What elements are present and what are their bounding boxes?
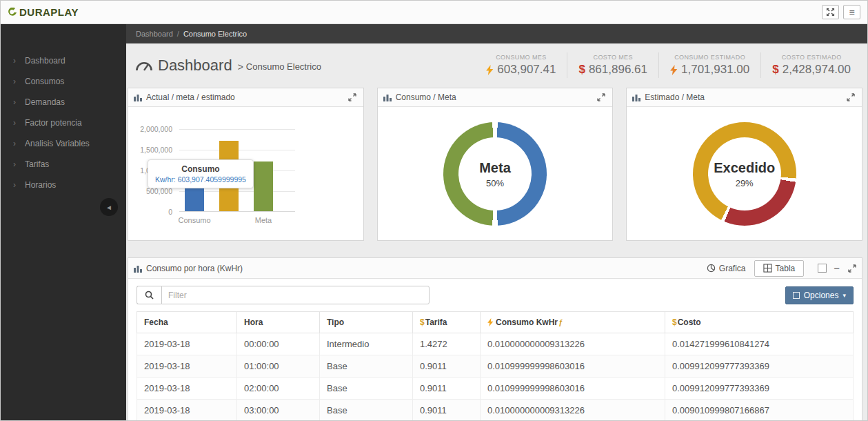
table-cell: Base (320, 355, 413, 378)
dollar-icon: $ (772, 63, 778, 77)
bar-chart-icon (134, 93, 142, 101)
options-label: Opciones (804, 291, 839, 300)
panel-expand-button[interactable] (847, 263, 858, 274)
table-cell: 0.010000000009313226 (481, 400, 665, 421)
dashboard-gauge-icon (136, 59, 152, 71)
column-header-costo[interactable]: $Costo (665, 312, 854, 333)
stats-strip: CONSUMO MES 603,907.41 COSTO MES $ 861,8… (475, 52, 862, 78)
sidebar-item-horarios[interactable]: › Horarios (1, 175, 126, 195)
table-cell: 0.014271999610841274 (665, 333, 854, 355)
breadcrumb: Dashboard / Consumo Electrico (126, 24, 868, 43)
fullscreen-button[interactable] (822, 5, 839, 19)
column-header-tipo[interactable]: Tipo (320, 312, 413, 333)
topbar: DURAPLAY ≡ (1, 1, 867, 24)
sidebar-item-consumos[interactable]: › Consumos (1, 71, 126, 92)
panel-actual-meta-estimado: Actual / meta / estimado 2,000,000 1,500… (128, 88, 364, 241)
column-header-fecha[interactable]: Fecha (137, 312, 237, 333)
panel-header: Consumo por hora (KwHr) Grafica Tabla (128, 258, 862, 279)
sidebar-collapse-button[interactable]: ◄ (100, 198, 118, 216)
panel-title: Estimado / Meta (645, 92, 705, 102)
bar-meta[interactable] (254, 161, 273, 211)
panel-expand-button[interactable] (596, 92, 607, 103)
table-cell: 0.009010999807166867 (665, 400, 854, 421)
table-row[interactable]: 2019-03-18 02:00:00 Base 0.9011 0.010999… (137, 378, 854, 400)
collapse-box-icon[interactable] (818, 264, 827, 273)
panel-consumo-por-hora: Consumo por hora (KwHr) Grafica Tabla (128, 257, 862, 421)
table-cell: 02:00:00 (237, 378, 320, 400)
page-title: Dashboard (158, 57, 232, 75)
table-cell: 0.010999999998603016 (481, 378, 665, 400)
app-logo: DURAPLAY (8, 6, 79, 18)
sidebar-item-label: Analisis Variables (25, 139, 90, 148)
stat-value: $ 861,896.61 (578, 63, 647, 77)
chevron-right-icon: › (13, 56, 16, 66)
menu-button[interactable]: ≡ (843, 5, 860, 19)
dollar-icon: $ (578, 63, 585, 77)
sidebar-item-dashboard[interactable]: › Dashboard (1, 50, 126, 71)
stat-consumo-mes: CONSUMO MES 603,907.41 (475, 52, 567, 78)
table-row[interactable]: 2019-03-18 01:00:00 Base 0.9011 0.010999… (137, 355, 854, 378)
stat-value: 603,907.41 (486, 63, 556, 77)
bar-chart: 2,000,000 1,500,000 1,000,000 500,000 0 … (128, 107, 363, 241)
sidebar-item-factor-potencia[interactable]: › Factor potencia (1, 112, 126, 133)
dollar-icon: $ (672, 317, 677, 327)
donut-chart-estimado-meta: Excedido 29% (627, 107, 862, 241)
stat-label: COSTO MES (578, 54, 647, 61)
table-row[interactable]: 2019-03-18 03:00:00 Base 0.9011 0.010000… (137, 400, 854, 421)
chevron-right-icon: › (13, 180, 16, 190)
donut-chart-consumo-meta: Meta 50% (378, 107, 613, 241)
bar-chart-icon (134, 264, 142, 273)
bar-consumo[interactable] (185, 186, 204, 211)
expand-icon (348, 93, 356, 101)
consumo-table: Fecha Hora Tipo $Tarifa Consumo KwHrƒ $C… (137, 311, 854, 421)
panel-header: Consumo / Meta (378, 88, 613, 107)
table-row[interactable]: 2019-03-18 00:00:00 Intermedio 1.4272 0.… (137, 333, 854, 355)
panel-title: Consumo por hora (KwHr) (146, 264, 243, 273)
bolt-icon (670, 65, 678, 75)
page-subtitle: Consumo Electrico (246, 61, 321, 72)
panel-expand-button[interactable] (347, 92, 358, 103)
column-header-consumo-kwhr[interactable]: Consumo KwHrƒ (481, 312, 665, 333)
breadcrumb-dashboard[interactable]: Dashboard (136, 30, 173, 38)
table-toolbar: Opciones ▾ (128, 279, 862, 310)
filter-group (137, 286, 430, 304)
table-cell: 0.9011 (413, 400, 481, 421)
expand-icon (597, 93, 605, 101)
stat-label: COSTO ESTIMADO (772, 54, 851, 61)
menu-icon: ≡ (849, 8, 854, 17)
logo-icon (8, 8, 17, 17)
tab-tabla[interactable]: Tabla (754, 260, 805, 277)
sidebar-item-analisis-variables[interactable]: › Analisis Variables (1, 133, 126, 154)
tab-grafica[interactable]: Grafica (698, 261, 754, 276)
table-cell: 0.010999999998603016 (481, 355, 665, 378)
donut-ring[interactable]: Excedido 29% (693, 122, 796, 226)
sidebar-nav: › Dashboard › Consumos › Demandas › Fact… (1, 24, 126, 195)
sidebar-item-label: Dashboard (25, 56, 65, 66)
donut-ring[interactable]: Meta 50% (443, 122, 547, 226)
tooltip-value: Kw/hr: 603,907.4059999995 (155, 175, 246, 184)
filter-input[interactable] (161, 286, 430, 304)
sidebar-item-tarifas[interactable]: › Tarifas (1, 154, 126, 175)
stat-label: CONSUMO MES (486, 54, 556, 61)
column-header-hora[interactable]: Hora (237, 312, 320, 333)
chevron-right-icon: › (13, 77, 16, 86)
table-cell: 2019-03-18 (137, 378, 237, 400)
table-cell: Base (320, 400, 413, 421)
column-header-tarifa[interactable]: $Tarifa (413, 312, 481, 333)
breadcrumb-separator: / (177, 30, 179, 38)
stat-costo-estimado: COSTO ESTIMADO $ 2,428,974.00 (760, 52, 862, 78)
donut-center-value: 29% (736, 178, 754, 188)
sidebar-item-demandas[interactable]: › Demandas (1, 92, 126, 112)
logo-text: DURAPLAY (19, 6, 79, 18)
app-window: DURAPLAY ≡ › Dashboard › Consumos (0, 0, 868, 421)
y-axis-tick: 1,500,000 (128, 146, 172, 154)
stat-value: $ 2,428,974.00 (772, 63, 851, 77)
panel-expand-button[interactable] (845, 92, 856, 103)
minimize-icon[interactable]: − (834, 263, 840, 273)
pie-chart-icon (707, 264, 716, 273)
main-content: Dashboard / Consumo Electrico Dashboard … (126, 24, 868, 421)
options-button[interactable]: Opciones ▾ (785, 286, 854, 304)
sidebar-item-label: Tarifas (25, 159, 49, 169)
search-button[interactable] (137, 286, 161, 304)
chevron-right-icon: › (13, 118, 16, 128)
